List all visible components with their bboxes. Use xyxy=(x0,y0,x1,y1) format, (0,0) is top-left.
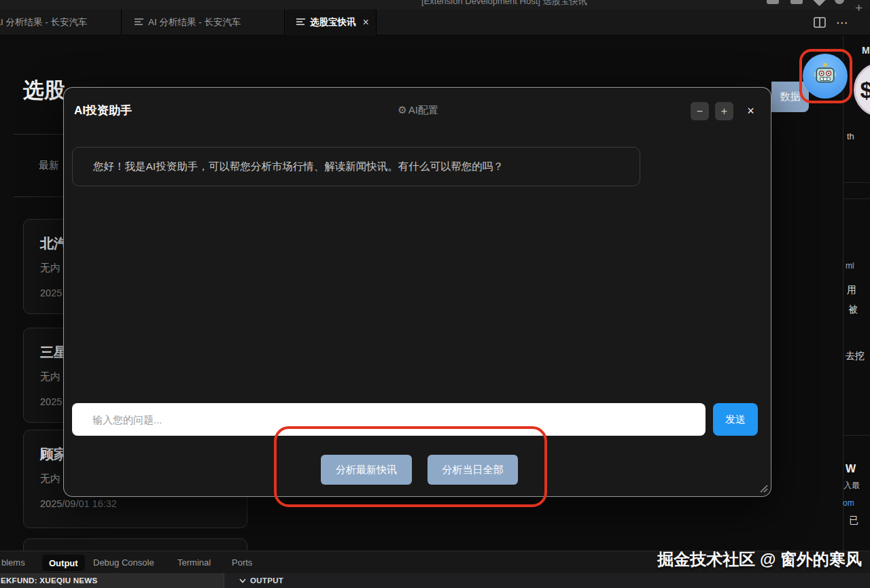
news-card-date: 2025 xyxy=(40,288,62,298)
clipped-text: 已 xyxy=(849,515,858,527)
ai-config-button[interactable]: ⚙AI配置 xyxy=(64,104,772,117)
font-larger-button[interactable]: + xyxy=(715,102,733,120)
close-modal-icon[interactable]: × xyxy=(742,102,760,120)
clipped-text: 用 xyxy=(847,284,856,296)
send-button[interactable]: 发送 xyxy=(713,403,758,436)
panel-tab-output-active[interactable]: Output xyxy=(42,555,85,571)
window-title: [Extension Development Host] 选股宝快讯 xyxy=(421,0,707,7)
analyze-today-all-button[interactable]: 分析当日全部 xyxy=(428,455,518,485)
divider xyxy=(843,182,870,183)
refresh-data-button[interactable]: 数据 xyxy=(771,82,809,112)
ai-assistant-robot-button[interactable] xyxy=(803,54,848,99)
gear-icon: ⚙ xyxy=(398,104,406,116)
chevron-down-icon xyxy=(239,576,246,585)
resize-handle[interactable] xyxy=(759,483,768,496)
tab-ai-analysis-2[interactable]: AI 分析结果 - 长安汽车 xyxy=(122,10,285,35)
clipped-text: 被 xyxy=(848,304,858,316)
dollar-icon: $ xyxy=(860,77,870,103)
layout-toggle-icon[interactable] xyxy=(767,0,779,4)
split-editor-icon[interactable] xyxy=(811,14,829,31)
feed-icon xyxy=(135,16,143,29)
editor-tab-bar: AI 分析结果 - 长安汽车 AI 分析结果 - 长安汽车 选股宝快讯 × xyxy=(0,10,870,35)
output-dropdown[interactable]: OUTPUT xyxy=(239,573,283,588)
panel-tab-ports[interactable]: Ports xyxy=(232,551,252,574)
panel-tab-debug-console[interactable]: Debug Console xyxy=(93,551,154,574)
tab-ai-analysis-1[interactable]: AI 分析结果 - 长安汽车 xyxy=(0,10,122,35)
output-dropdown-label: OUTPUT xyxy=(250,576,283,585)
ai-assistant-modal: AI投资助手 ⚙AI配置 − + × 您好！我是AI投资助手，可以帮您分析市场行… xyxy=(63,87,771,497)
robot-icon xyxy=(813,63,837,90)
divider xyxy=(843,198,870,199)
clipped-text: ml xyxy=(846,261,854,271)
tab-xuangubao-news-active[interactable]: 选股宝快讯 × xyxy=(285,10,377,35)
window-titlebar: [Extension Development Host] 选股宝快讯 xyxy=(0,0,870,10)
question-input[interactable] xyxy=(72,403,706,436)
output-channel-cell[interactable]: EKFUND: XUEQIU NEWS xyxy=(0,573,224,588)
news-card-body: 无内 xyxy=(40,472,60,485)
divider xyxy=(14,134,65,135)
panel-tab-terminal[interactable]: Terminal xyxy=(177,551,211,574)
font-smaller-button[interactable]: − xyxy=(691,102,709,120)
divider xyxy=(843,435,870,436)
news-card-date: 2025/09/01 16:32 xyxy=(40,498,117,509)
screen: [Extension Development Host] 选股宝快讯 + AI … xyxy=(0,0,870,588)
settings-icon[interactable] xyxy=(835,0,844,4)
tab-label: 选股宝快讯 xyxy=(310,16,356,29)
ai-config-label: AI配置 xyxy=(408,104,438,116)
news-card-date: 2025 xyxy=(40,396,62,407)
clipped-text: 去挖 xyxy=(846,350,865,362)
panel-tab-problems[interactable]: blems xyxy=(1,551,25,574)
news-card-body: 无内 xyxy=(40,262,60,275)
panel-toggle-icon[interactable] xyxy=(790,0,803,4)
more-actions-icon[interactable]: ⋯ xyxy=(833,14,851,31)
news-card[interactable] xyxy=(23,538,247,551)
assistant-welcome-message: 您好！我是AI投资助手，可以帮您分析市场行情、解读新闻快讯。有什么可以帮您的吗？ xyxy=(72,147,640,186)
new-tab-button[interactable]: + xyxy=(855,1,863,16)
watermark: 掘金技术社区 @ 窗外的寒风 xyxy=(657,549,862,570)
clipped-text: W xyxy=(846,463,856,475)
tab-label: AI 分析结果 - 长安汽车 xyxy=(0,16,88,29)
analyze-latest-news-button[interactable]: 分析最新快讯 xyxy=(321,455,412,485)
clipped-text: M xyxy=(862,45,870,56)
nav-tab-latest[interactable]: 最新 xyxy=(39,159,59,172)
divider xyxy=(14,196,65,197)
clipped-text: 入最 xyxy=(843,480,860,491)
clipped-text: th xyxy=(847,131,854,141)
divider xyxy=(843,35,843,551)
news-card-body: 无内 xyxy=(40,370,60,383)
tab-label: AI 分析结果 - 长安汽车 xyxy=(148,16,241,29)
feed-icon xyxy=(296,16,305,29)
page-title: 选股 xyxy=(23,76,65,105)
close-tab-icon[interactable]: × xyxy=(363,17,369,28)
output-channel-label: EKFUND: XUEQIU NEWS xyxy=(1,576,97,585)
notification-icon[interactable] xyxy=(812,0,826,6)
output-status-row: EKFUND: XUEQIU NEWS OUTPUT xyxy=(0,573,870,588)
clipped-link[interactable]: om xyxy=(843,498,854,508)
